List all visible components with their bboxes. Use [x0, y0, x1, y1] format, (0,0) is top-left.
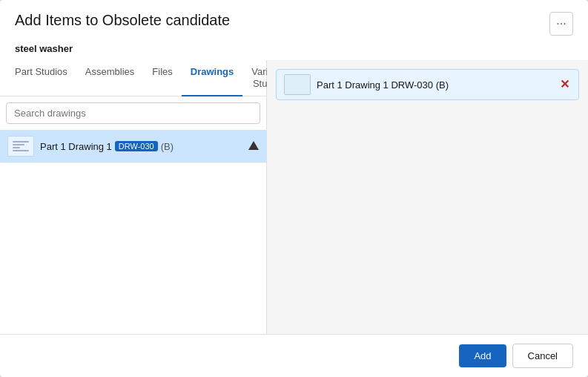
tab-assemblies[interactable]: Assemblies: [76, 60, 143, 96]
tab-drawings[interactable]: Drawings: [182, 60, 243, 96]
selected-item-thumbnail: [284, 74, 311, 95]
tab-part-studios[interactable]: Part Studios: [6, 60, 76, 96]
more-dots-icon: ···: [556, 17, 566, 30]
thumb-line: [13, 144, 24, 145]
item-thumbnail: [7, 136, 34, 157]
remove-item-button[interactable]: ✕: [558, 77, 571, 92]
thumb-line: [13, 147, 20, 148]
add-items-dialog: Add Items to Obsolete candidate ··· stee…: [0, 0, 588, 377]
item-version: (B): [161, 141, 174, 152]
drawings-list: Part 1 Drawing 1 DRW-030 (B): [0, 130, 266, 334]
selected-item: Part 1 Drawing 1 DRW-030 (B) ✕: [276, 69, 579, 100]
more-options-button[interactable]: ···: [549, 12, 573, 36]
dialog-footer: Add Cancel: [0, 334, 588, 377]
subtitle: steel washer: [0, 42, 588, 60]
dialog-body: Part Studios Assemblies Files Drawings V…: [0, 60, 588, 334]
thumb-line: [13, 150, 29, 151]
triangle-icon: [248, 141, 259, 150]
search-input[interactable]: [6, 102, 260, 124]
item-info: Part 1 Drawing 1 DRW-030 (B): [40, 141, 248, 152]
right-panel: Part 1 Drawing 1 DRW-030 (B) ✕: [267, 60, 588, 334]
list-item[interactable]: Part 1 Drawing 1 DRW-030 (B): [0, 130, 266, 163]
cancel-button[interactable]: Cancel: [512, 344, 573, 368]
dialog-header: Add Items to Obsolete candidate ···: [0, 0, 588, 42]
add-button[interactable]: Add: [459, 344, 506, 367]
tabs-container: Part Studios Assemblies Files Drawings V…: [0, 60, 266, 96]
item-name: Part 1 Drawing 1: [40, 141, 112, 152]
selected-item-label: Part 1 Drawing 1 DRW-030 (B): [317, 79, 552, 91]
tab-files[interactable]: Files: [143, 60, 181, 96]
item-tag: DRW-030: [115, 141, 158, 151]
add-indicator-icon: [248, 141, 259, 152]
dialog-title: Add Items to Obsolete candidate: [15, 12, 230, 29]
thumb-line: [13, 141, 29, 142]
left-panel: Part Studios Assemblies Files Drawings V…: [0, 60, 267, 334]
thumb-lines: [10, 138, 32, 154]
